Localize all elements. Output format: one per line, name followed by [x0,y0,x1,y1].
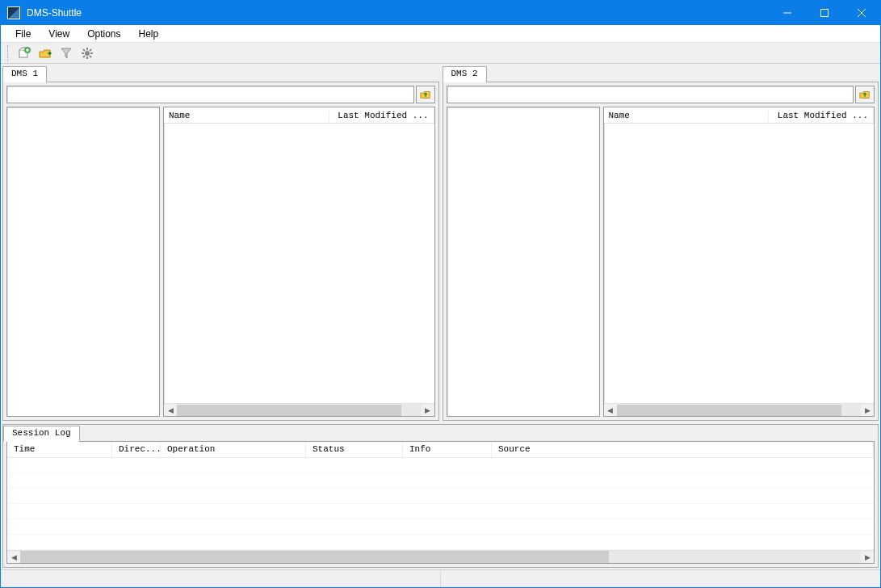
left-hscrollbar[interactable]: ◀ ▶ [164,403,434,416]
log-col-status[interactable]: Status [306,442,403,457]
left-col-modified[interactable]: Last Modified ... [329,109,434,122]
toolbar-grip [7,45,10,61]
scroll-left-icon[interactable]: ◀ [604,404,617,417]
left-file-list[interactable]: Name Last Modified ... ◀ ▶ [163,107,435,417]
session-log-section: Session Log Time Direc... Operation Stat… [2,424,879,568]
log-col-source[interactable]: Source [492,442,874,457]
right-tab-strip: DMS 2 [443,65,879,82]
right-path-input[interactable] [447,86,854,103]
log-tab-strip: Session Log [3,425,878,441]
status-right [441,570,880,587]
log-rows[interactable] [7,458,874,550]
left-path-row [6,86,435,103]
svg-line-12 [90,56,91,57]
scroll-right-icon[interactable]: ▶ [422,404,434,417]
log-header: Time Direc... Operation Status Info Sour… [7,442,874,458]
session-log-body: Time Direc... Operation Status Info Sour… [6,441,875,564]
left-path-input[interactable] [6,86,414,103]
right-panel-body: Name Last Modified ... ◀ ▶ [443,82,879,421]
right-col-modified[interactable]: Last Modified ... [769,109,874,122]
menu-options[interactable]: Options [79,27,128,41]
dual-panels: DMS 1 Name Last Modified ... [2,65,879,421]
right-file-list[interactable]: Name Last Modified ... ◀ ▶ [603,107,875,417]
session-log-tab[interactable]: Session Log [3,426,80,442]
menu-view[interactable]: View [40,27,78,41]
svg-line-11 [83,49,85,51]
scroll-thumb[interactable] [20,551,609,563]
window-controls [769,1,880,25]
right-up-button[interactable] [855,86,875,103]
svg-rect-1 [821,10,829,17]
log-col-info[interactable]: Info [403,442,492,457]
left-panel-body: Name Last Modified ... ◀ ▶ [2,82,439,421]
connect-button[interactable] [36,44,54,62]
new-connection-button[interactable] [15,44,33,62]
right-hscrollbar[interactable]: ◀ ▶ [604,403,875,416]
right-path-row [447,86,875,103]
left-tree[interactable] [6,107,160,417]
scroll-left-icon[interactable]: ◀ [164,404,177,417]
toolbar [1,43,880,64]
svg-point-6 [85,51,90,56]
left-list-header: Name Last Modified ... [164,107,434,124]
left-split: Name Last Modified ... ◀ ▶ [6,107,435,417]
menu-help[interactable]: Help [131,27,167,41]
close-button[interactable] [843,1,880,25]
right-tab[interactable]: DMS 2 [443,66,487,82]
app-icon [7,6,20,19]
status-left [1,570,441,587]
right-list-body[interactable] [604,124,875,403]
menu-bar: File View Options Help [1,25,880,43]
scroll-thumb[interactable] [617,405,841,416]
maximize-button[interactable] [806,1,843,25]
menu-file[interactable]: File [7,27,39,41]
main-area: DMS 1 Name Last Modified ... [1,64,880,569]
log-col-time[interactable]: Time [7,442,112,457]
right-tree[interactable] [447,107,600,417]
log-col-operation[interactable]: Operation [161,442,306,457]
scroll-left-icon[interactable]: ◀ [7,551,20,563]
scroll-right-icon[interactable]: ▶ [861,551,874,563]
left-panel: DMS 1 Name Last Modified ... [2,65,439,421]
right-list-header: Name Last Modified ... [604,107,875,124]
right-col-name[interactable]: Name [604,109,770,122]
left-tab-strip: DMS 1 [2,65,439,82]
filter-button[interactable] [57,44,75,62]
right-split: Name Last Modified ... ◀ ▶ [447,107,875,417]
minimize-button[interactable] [769,1,806,25]
log-col-direction[interactable]: Direc... [112,442,161,457]
window-title: DMS-Shuttle [27,7,769,19]
title-bar: DMS-Shuttle [1,1,880,25]
left-tab[interactable]: DMS 1 [2,66,47,82]
svg-line-13 [90,49,91,51]
status-bar [1,569,880,587]
svg-line-14 [83,56,85,57]
left-up-button[interactable] [416,86,435,103]
left-col-name[interactable]: Name [164,109,329,122]
log-hscrollbar[interactable]: ◀ ▶ [7,550,874,563]
settings-button[interactable] [78,44,96,62]
scroll-thumb[interactable] [177,405,401,416]
right-panel: DMS 2 Name Last Modified ... [443,65,879,421]
left-list-body[interactable] [164,124,434,403]
scroll-right-icon[interactable]: ▶ [861,404,874,417]
